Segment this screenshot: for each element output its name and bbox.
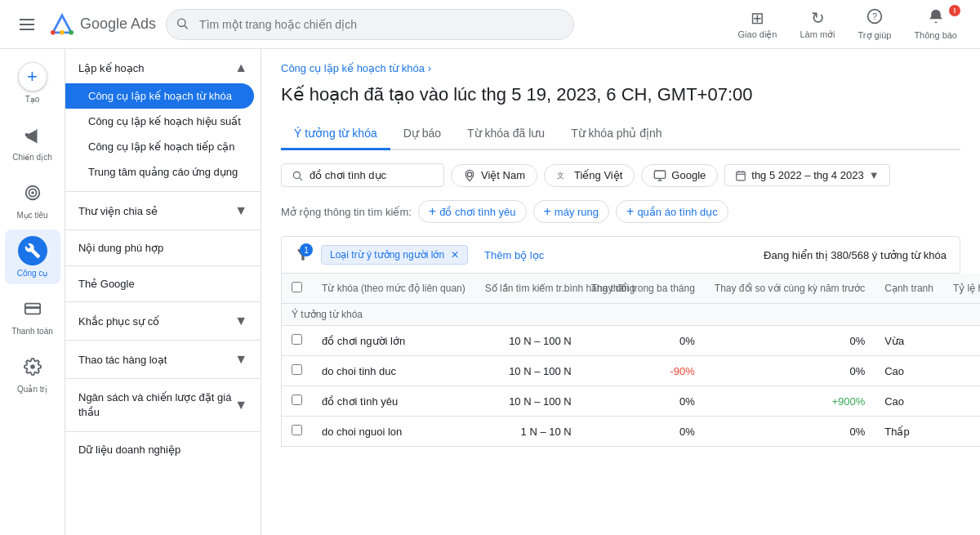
thong-bao-label: Thông báo — [914, 30, 957, 40]
filter-row: đồ chơi tình dục Việt Nam 文 Tiếng Việt G… — [281, 163, 960, 187]
date-chevron-icon: ▼ — [869, 169, 880, 181]
nav-cong-cu-lap-ke-hoach-hieu-suat[interactable]: Công cụ lập kế hoạch hiệu suất — [65, 109, 261, 134]
table-header-row: Từ khóa (theo mức độ liên quan) Số lần t… — [282, 274, 981, 304]
top-bar: Google Ads ⊞ Giao diện ↻ Làm mới ? Trợ g… — [0, 0, 980, 49]
row-4-checkbox[interactable] — [292, 425, 302, 435]
keyword-filter[interactable]: đồ chơi tình dục — [281, 163, 444, 187]
sidebar-item-tao[interactable]: + Tạo — [5, 56, 60, 110]
row-4-competition: Thấp — [875, 417, 943, 447]
thanh-toan-icon — [18, 294, 47, 323]
add-filter-button[interactable]: Thêm bộ lọc — [478, 246, 550, 265]
sidebar-item-chien-dich[interactable]: Chiến dịch — [5, 114, 60, 168]
expand-chip-2[interactable]: + máy rung — [533, 200, 610, 223]
nav-lap-ke-hoach-label: Lập kế hoạch — [78, 62, 144, 74]
row-1-avg-searches: 10 N – 100 N — [475, 326, 581, 356]
quan-tri-icon — [18, 352, 47, 381]
sidebar-item-muc-tieu[interactable]: Mục tiêu — [5, 172, 60, 226]
row-1-competition: Vừa — [875, 326, 943, 356]
row-2-display-rate — [943, 356, 980, 386]
tab-du-bao[interactable]: Dự báo — [390, 118, 454, 150]
row-2-checkbox[interactable] — [292, 364, 302, 375]
remove-filter-icon[interactable]: ✕ — [451, 249, 459, 261]
tab-y-tuong-tu-khoa[interactable]: Ý tưởng từ khóa — [281, 118, 390, 150]
expand-chip-3[interactable]: + quần áo tình dục — [616, 200, 728, 223]
breadcrumb-sep: › — [428, 62, 431, 74]
table-filter-header: 1 Loại trừ ý tưởng người lớn ✕ Thêm bộ l… — [281, 236, 960, 274]
tab-tu-khoa-da-luu[interactable]: Từ khóa đã lưu — [454, 118, 558, 150]
page-title: Kế hoạch đã tạo vào lúc thg 5 19, 2023, … — [281, 84, 960, 105]
col-display-rate: Tỷ lệ hiển thị quảng c... — [943, 274, 980, 304]
table-row: đồ chơi tình yêu 10 N – 100 N 0% +900% C… — [282, 386, 981, 417]
sidebar-item-quan-tri[interactable]: Quản trị — [5, 346, 60, 400]
expand-chip-1[interactable]: + đồ chơi tình yêu — [418, 200, 527, 223]
tro-giup-icon: ? — [866, 8, 883, 29]
tab-tu-khoa-phu-dinh[interactable]: Từ khóa phủ định — [558, 118, 675, 150]
nav-the-google[interactable]: Thẻ Google — [65, 270, 261, 298]
row-2-change-yoy: 0% — [705, 356, 875, 386]
sidebar-item-thanh-toan[interactable]: Thanh toán — [5, 288, 60, 342]
network-filter[interactable]: Google — [641, 164, 718, 187]
svg-rect-1 — [20, 24, 34, 25]
nav-thu-vien-chia-se-label: Thư viện chia sẻ — [78, 205, 158, 217]
expand-row: Mở rộng thông tin tìm kiếm: + đồ chơi tì… — [281, 200, 960, 223]
location-filter[interactable]: Việt Nam — [451, 164, 537, 187]
action-thong-bao[interactable]: ! Thông báo — [904, 3, 967, 46]
sidebar-item-cong-cu[interactable]: Công cụ — [5, 230, 60, 284]
row-3-checkbox[interactable] — [292, 395, 302, 405]
breadcrumb-link[interactable]: Công cụ lập kế hoạch từ khóa — [281, 62, 425, 74]
select-all-checkbox[interactable] — [292, 282, 302, 292]
row-2-competition: Cao — [875, 356, 943, 386]
chevron-up-icon: ▲ — [234, 60, 247, 75]
hamburger-menu[interactable] — [13, 11, 41, 38]
nav-thao-tac-hang-loat[interactable]: Thao tác hàng loạt ▼ — [65, 344, 261, 375]
nav-noi-dung-phu-hop-label: Nội dung phù hợp — [78, 242, 163, 254]
svg-marker-3 — [53, 15, 71, 32]
nav-lap-ke-hoach[interactable]: Lập kế hoạch ▲ — [65, 52, 261, 83]
muc-tieu-label: Mục tiêu — [16, 211, 47, 220]
row-4-change-3m: 0% — [581, 417, 705, 447]
nav-cong-cu-lap-ke-hoach-tiep-can[interactable]: Công cụ lập kế hoạch tiếp cận — [65, 134, 261, 159]
nav-cong-cu-lap-ke-hoach-tu-khoa[interactable]: Công cụ lập kế hoạch từ khóa — [65, 83, 254, 109]
location-icon — [463, 169, 476, 182]
date-filter[interactable]: thg 5 2022 – thg 4 2023 ▼ — [724, 164, 889, 186]
cong-cu-icon — [18, 236, 47, 265]
row-1-change-yoy: 0% — [705, 326, 875, 356]
location-filter-value: Việt Nam — [481, 169, 525, 181]
svg-rect-2 — [20, 29, 34, 30]
breadcrumb: Công cụ lập kế hoạch từ khóa › — [281, 62, 960, 74]
svg-point-6 — [69, 30, 74, 35]
nav-khac-phuc-su-co[interactable]: Khắc phục sự cố ▼ — [65, 305, 261, 337]
action-giao-dien[interactable]: ⊞ Giao diện — [728, 3, 787, 46]
expand-label: Mở rộng thông tin tìm kiếm: — [281, 206, 412, 218]
row-4-change-yoy: 0% — [705, 417, 875, 447]
row-1-display-rate — [943, 326, 980, 356]
row-2-checkbox-cell — [282, 356, 313, 386]
nav-ngan-sach-chien-luoc[interactable]: Ngân sách và chiến lược đặt giá thầu ▼ — [65, 382, 261, 428]
action-tro-giup[interactable]: ? Trợ giúp — [849, 3, 902, 46]
muc-tieu-icon — [18, 178, 47, 207]
expand-plus-icon: + — [429, 204, 436, 219]
row-2-change-3m: -90% — [581, 356, 705, 386]
svg-point-4 — [60, 30, 65, 35]
row-1-checkbox[interactable] — [292, 334, 302, 345]
svg-point-17 — [30, 364, 35, 369]
col-competition: Cạnh tranh — [875, 274, 943, 304]
nav-du-lieu-doanh-nghiep[interactable]: Dữ liệu doanh nghiệp — [65, 435, 261, 464]
tro-giup-label: Trợ giúp — [858, 30, 892, 41]
search-input[interactable] — [166, 9, 574, 40]
keyword-table: Từ khóa (theo mức độ liên quan) Số lần t… — [281, 274, 980, 447]
expand-plus-icon-3: + — [626, 204, 634, 219]
logo: Google Ads — [51, 13, 156, 36]
svg-point-7 — [178, 19, 185, 26]
language-filter[interactable]: 文 Tiếng Việt — [544, 164, 635, 187]
active-filter-chip[interactable]: Loại trừ ý tưởng người lớn ✕ — [321, 245, 468, 265]
svg-point-20 — [467, 172, 471, 176]
col-keyword: Từ khóa (theo mức độ liên quan) — [312, 274, 475, 304]
action-lam-moi[interactable]: ↻ Làm mới — [791, 3, 845, 46]
svg-rect-11 — [24, 133, 28, 136]
expand-plus-icon-2: + — [544, 204, 551, 219]
nav-noi-dung-phu-hop[interactable]: Nội dung phù hợp — [65, 234, 261, 262]
nav-trung-tam-quang-cao-ung-dung[interactable]: Trung tâm quảng cáo ứng dụng — [65, 159, 261, 185]
nav-thu-vien-chia-se[interactable]: Thư viện chia sẻ ▼ — [65, 195, 261, 226]
svg-rect-25 — [737, 172, 746, 181]
